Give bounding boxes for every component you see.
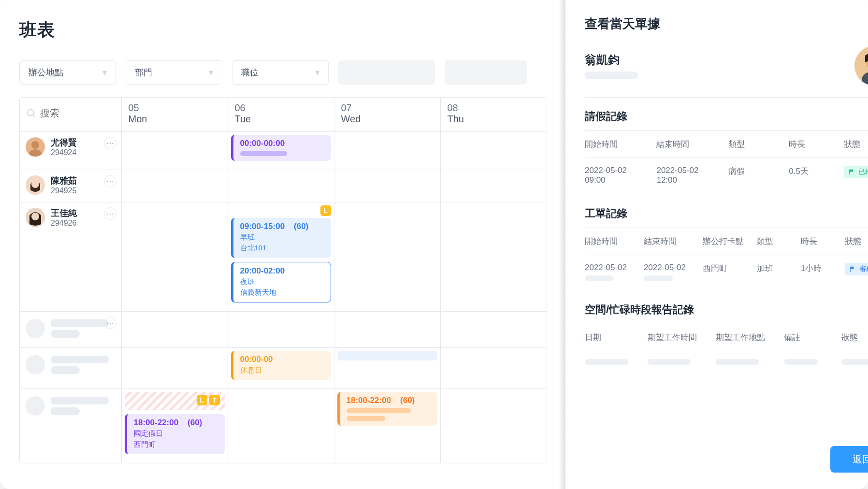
schedule-grid: 05 Mon 06 Tue 07 Wed 08 [19, 97, 547, 463]
shift-break: (60) [400, 396, 415, 405]
employee-cell[interactable]: 尤得賢 294924 [26, 137, 116, 157]
svg-point-3 [31, 141, 39, 149]
schedule-cell[interactable] [440, 202, 547, 312]
day-header-thu[interactable]: 08 Thu [440, 98, 547, 132]
shift-location: 西門町 [134, 440, 220, 449]
filter-ghost-1[interactable] [338, 60, 435, 85]
shift-name: 休息日 [240, 365, 326, 375]
day-header-tue[interactable]: 06 Tue [228, 98, 334, 132]
employee-id: 294924 [51, 148, 77, 157]
filter-location-label: 辦公地點 [29, 67, 63, 78]
more-menu-button[interactable]: ⋯ [104, 316, 116, 329]
work-table: 開始時間 結束時間 辦公打卡點 類型 時長 狀態 2022-05-02 2022… [585, 228, 868, 289]
schedule-cell[interactable]: L 09:00-15:00 (60) 早班 台北101 [228, 202, 334, 312]
schedule-cell[interactable] [334, 202, 440, 312]
schedule-cell[interactable]: L T 18:00-22:00 (60) 國定假日 [121, 389, 228, 463]
day-header-mon[interactable]: 05 Mon [121, 98, 228, 132]
table-header: 開始時間 結束時間 辦公打卡點 類型 時長 狀態 [585, 228, 868, 255]
employee-row-ghost: 00:00-00 休息日 [20, 348, 547, 389]
schedule-cell[interactable] [334, 170, 440, 202]
shift-card[interactable]: 18:00-22:00 (60) 國定假日 西門町 [125, 414, 225, 454]
skeleton [716, 359, 759, 365]
filter-position[interactable]: 職位 ▾ [232, 60, 329, 85]
more-menu-button[interactable]: ⋯ [104, 175, 116, 187]
filter-ghost-2[interactable] [445, 60, 527, 85]
shift-name: 國定假日 [134, 429, 220, 438]
skeleton [841, 359, 868, 365]
skeleton [585, 359, 628, 365]
avatar-ghost [26, 396, 45, 416]
employee-name: 王佳純 [51, 207, 77, 219]
more-menu-button[interactable]: ⋯ [104, 207, 116, 220]
filter-department-label: 部門 [135, 67, 152, 78]
schedule-cell[interactable]: 00:00-00 休息日 [228, 348, 334, 389]
schedule-cell[interactable]: 00:00-00:00 [228, 132, 334, 170]
table-row[interactable]: 2022-05-02 2022-05-02 西門町 加班 1小時 審核中 [585, 255, 868, 289]
skeleton [648, 359, 691, 365]
employee-id: 294925 [51, 187, 77, 195]
search-employee[interactable] [26, 102, 116, 124]
employee-cell[interactable]: 王佳純 294926 [26, 207, 116, 228]
leave-section-title: 請假記錄 [585, 109, 868, 124]
schedule-cell[interactable] [440, 170, 547, 202]
back-button[interactable]: 返回 [830, 446, 868, 473]
schedule-cell[interactable] [228, 170, 334, 202]
schedule-cell[interactable] [334, 132, 440, 170]
schedule-cell[interactable] [121, 170, 228, 202]
skeleton [644, 275, 673, 281]
employee-cell[interactable]: 陳雅茹 294925 [26, 175, 116, 195]
schedule-cell[interactable] [440, 132, 547, 170]
shift-time: 00:00-00 [240, 355, 326, 364]
late-badge: L [320, 205, 331, 216]
schedule-cell[interactable] [121, 132, 228, 170]
shift-name: 夜班 [240, 277, 326, 287]
avatar [854, 46, 868, 86]
status-badge: 已核准 [844, 166, 868, 178]
schedule-panel: 班表 辦公地點 ▾ 部門 ▾ 職位 ▾ [0, 0, 565, 489]
day-header-wed[interactable]: 07 Wed [334, 98, 440, 132]
flag-icon [849, 169, 855, 175]
detail-person: 翁凱鈞 [585, 46, 868, 98]
detail-panel: 查看當天單據 翁凱鈞 請假記錄 開始時間 結束時間 類型 時長 狀態 2022- [565, 0, 868, 489]
skeleton [585, 275, 614, 281]
filter-department[interactable]: 部門 ▾ [126, 60, 222, 85]
filter-location[interactable]: 辦公地點 ▾ [19, 60, 116, 85]
schedule-cell[interactable]: 18:00-22:00 (60) [334, 389, 440, 463]
avatar [26, 175, 45, 195]
schedule-cell[interactable] [121, 202, 228, 312]
schedule-cell[interactable] [121, 348, 228, 389]
chevron-down-icon: ▾ [209, 67, 213, 78]
employee-row-ghost: ⋯ [20, 312, 547, 348]
shift-time: 20:00-02:00 [240, 266, 326, 276]
flag-icon [850, 266, 856, 273]
shift-card[interactable]: 18:00-22:00 (60) [337, 392, 437, 426]
grid-header-row: 05 Mon 06 Tue 07 Wed 08 [20, 98, 547, 132]
table-row[interactable]: 2022-05-02 09:00 2022-05-02 12:00 病假 0.5… [585, 158, 868, 193]
ghost-range [337, 351, 437, 360]
search-input[interactable] [40, 108, 116, 119]
shift-location: 信義新天地 [240, 288, 326, 297]
shift-card[interactable]: 00:00-00:00 [231, 135, 331, 161]
late-badge: L [197, 395, 207, 405]
skeleton [585, 72, 638, 79]
employee-row: 陳雅茹 294925 ⋯ [20, 170, 547, 202]
shift-time: 00:00-00:00 [240, 139, 326, 148]
detail-title: 查看當天單據 [585, 15, 868, 32]
shift-card[interactable]: 09:00-15:00 (60) 早班 台北101 [231, 218, 331, 258]
progress-bar [347, 416, 385, 421]
table-header: 日期 期望工作時間 期望工作地點 備註 狀態 [585, 324, 868, 351]
skeleton [784, 359, 818, 365]
employee-name: 陳雅茹 [51, 175, 77, 187]
holiday-stripe: L T [125, 392, 225, 410]
more-menu-button[interactable]: ⋯ [104, 137, 116, 149]
svg-point-8 [31, 213, 39, 220]
table-row [585, 351, 868, 373]
schedule-cell[interactable] [334, 348, 440, 389]
detail-person-name: 翁凱鈞 [585, 52, 638, 68]
progress-bar [347, 408, 411, 413]
avatar-ghost [26, 319, 45, 338]
shift-location: 台北101 [240, 243, 326, 253]
work-section-title: 工單記錄 [585, 206, 868, 221]
shift-card[interactable]: 20:00-02:00 夜班 信義新天地 [231, 262, 331, 303]
shift-card[interactable]: 00:00-00 休息日 [231, 351, 331, 380]
